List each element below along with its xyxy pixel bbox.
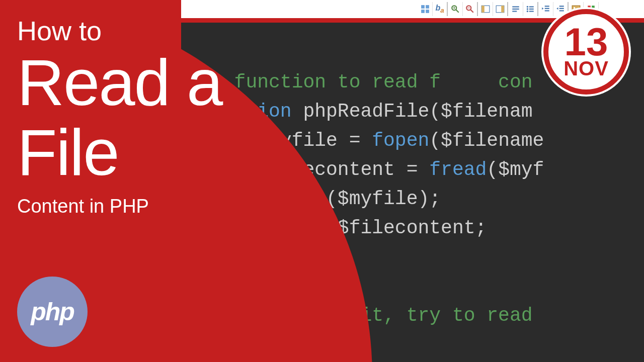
date-badge: 13 NOV: [543, 9, 629, 95]
title-main-2: File: [17, 119, 222, 186]
svg-rect-1: [426, 5, 429, 9]
svg-point-19: [527, 8, 528, 10]
svg-point-33: [573, 7, 575, 9]
svg-point-18: [527, 6, 528, 8]
title-block: How to Read a File Content in PHP: [17, 15, 222, 217]
title-howto: How to: [17, 15, 222, 46]
svg-rect-14: [501, 6, 504, 13]
php-logo: php: [17, 277, 88, 347]
date-month: NOV: [564, 58, 609, 78]
indent-left-icon[interactable]: [538, 2, 553, 16]
date-day: 13: [565, 25, 608, 58]
panel-right-icon[interactable]: [493, 2, 508, 16]
svg-rect-36: [592, 6, 595, 9]
title-main-1: Read a: [17, 49, 222, 116]
svg-rect-2: [421, 10, 425, 13]
svg-rect-35: [588, 6, 591, 9]
svg-line-5: [456, 10, 459, 13]
svg-marker-31: [556, 8, 558, 10]
php-logo-text: php: [31, 297, 74, 326]
svg-point-20: [527, 11, 528, 12]
svg-rect-12: [481, 6, 485, 13]
svg-marker-27: [542, 8, 543, 10]
svg-rect-3: [426, 10, 429, 13]
title-sub: Content in PHP: [17, 196, 222, 217]
svg-rect-0: [421, 5, 425, 9]
grid-icon[interactable]: [418, 2, 433, 16]
zoom-in-icon[interactable]: [448, 2, 463, 16]
list-icon[interactable]: [523, 2, 538, 16]
panel-left-icon[interactable]: [478, 2, 493, 16]
svg-line-9: [470, 10, 473, 13]
zoom-out-icon[interactable]: [463, 2, 478, 16]
wrap-icon[interactable]: [508, 2, 523, 16]
text-style-icon[interactable]: ba: [433, 2, 448, 16]
